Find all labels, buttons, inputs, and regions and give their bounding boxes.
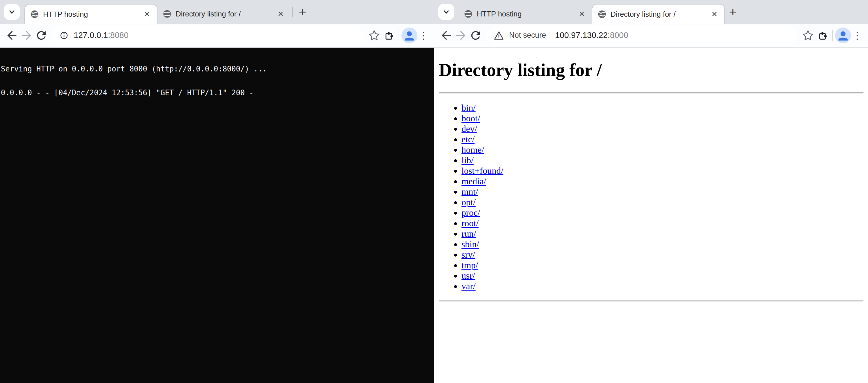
terminal-line: Serving HTTP on 0.0.0.0 port 8000 (http:… <box>1 65 433 73</box>
info-icon <box>59 30 69 40</box>
tab-title: Directory listing for / <box>176 10 272 19</box>
chevron-down-icon <box>441 7 451 17</box>
dir-link[interactable]: srv/ <box>462 249 475 260</box>
menu-kebab-icon[interactable]: ⋮ <box>417 31 430 40</box>
dir-link[interactable]: opt/ <box>462 197 476 207</box>
list-item: etc/ <box>462 134 864 145</box>
tab-search-button[interactable] <box>4 4 20 20</box>
bookmark-star-button[interactable] <box>801 28 815 43</box>
warning-triangle-icon <box>493 30 504 41</box>
tab-strip: HTTP hosting ✕ Directory listing for / ✕… <box>0 0 434 24</box>
address-bar[interactable]: Not secure 100.97.130.22:8000 <box>487 26 797 45</box>
tab-directory-listing[interactable]: Directory listing for / ✕ <box>157 4 291 24</box>
directory-list: bin/ boot/ dev/ etc/ home/ lib/ lost+fou… <box>439 102 864 291</box>
star-icon <box>802 29 814 42</box>
tab-search-button[interactable] <box>438 4 454 20</box>
dir-link[interactable]: bin/ <box>462 102 476 113</box>
back-button[interactable] <box>4 28 19 43</box>
browser-toolbar: 127.0.0.1:8080 ⋮ <box>0 24 434 48</box>
dir-link[interactable]: sbin/ <box>462 239 479 249</box>
browser-window-left: HTTP hosting ✕ Directory listing for / ✕… <box>0 0 434 383</box>
dir-link[interactable]: lost+found/ <box>462 166 503 176</box>
dir-link[interactable]: etc/ <box>462 134 474 144</box>
list-item: bin/ <box>462 102 864 113</box>
person-icon <box>835 28 851 43</box>
dir-link[interactable]: run/ <box>462 229 476 239</box>
globe-favicon-icon <box>464 9 473 19</box>
list-item: srv/ <box>462 249 864 260</box>
tab-title: HTTP hosting <box>43 10 138 19</box>
tab-directory-listing[interactable]: Directory listing for / ✕ <box>592 4 725 24</box>
dir-link[interactable]: usr/ <box>462 270 475 281</box>
menu-kebab-icon[interactable]: ⋮ <box>851 31 864 40</box>
reload-button[interactable] <box>34 28 49 43</box>
list-item: home/ <box>462 145 864 155</box>
list-item: root/ <box>462 218 864 229</box>
browser-toolbar: Not secure 100.97.130.22:8000 ⋮ <box>434 24 868 48</box>
list-item: lost+found/ <box>462 166 864 176</box>
forward-arrow-icon <box>454 29 468 42</box>
page-http-hosting: Serving HTTP on 0.0.0.0 port 8000 (http:… <box>0 48 434 383</box>
extensions-button[interactable] <box>815 28 830 43</box>
url-text: 127.0.0.1:8080 <box>74 31 129 40</box>
tab-separator <box>292 7 293 17</box>
profile-avatar[interactable] <box>401 28 417 43</box>
tab-close-icon[interactable]: ✕ <box>577 9 587 19</box>
dir-link[interactable]: proc/ <box>462 208 480 218</box>
person-icon <box>401 28 417 43</box>
list-item: mnt/ <box>462 186 864 197</box>
puzzle-extensions-icon <box>817 29 829 41</box>
globe-favicon-icon <box>163 9 172 19</box>
globe-favicon-icon <box>30 10 39 19</box>
dir-link[interactable]: dev/ <box>462 124 477 134</box>
new-tab-button[interactable]: + <box>725 4 741 20</box>
heading-divider <box>439 92 864 93</box>
bookmark-star-button[interactable] <box>367 28 381 43</box>
reload-button[interactable] <box>468 28 483 43</box>
dir-link[interactable]: media/ <box>462 176 486 186</box>
list-item: dev/ <box>462 124 864 134</box>
list-item: proc/ <box>462 208 864 218</box>
globe-favicon-icon <box>597 10 607 19</box>
tab-http-hosting[interactable]: HTTP hosting ✕ <box>459 4 592 24</box>
list-item: var/ <box>462 281 864 291</box>
dir-link[interactable]: lib/ <box>462 155 474 165</box>
back-button[interactable] <box>439 28 454 43</box>
list-item: media/ <box>462 176 864 186</box>
dir-link[interactable]: tmp/ <box>462 260 478 270</box>
forward-button[interactable] <box>454 28 468 43</box>
url-text: 100.97.130.22:8000 <box>555 31 628 40</box>
tab-close-icon[interactable]: ✕ <box>710 9 719 19</box>
dir-link[interactable]: mnt/ <box>462 186 478 197</box>
tab-strip: HTTP hosting ✕ Directory listing for / ✕… <box>434 0 868 24</box>
back-arrow-icon <box>5 29 19 42</box>
address-bar[interactable]: 127.0.0.1:8080 <box>52 26 364 45</box>
security-chip-label: Not secure <box>509 31 546 40</box>
tab-title: Directory listing for / <box>611 10 706 19</box>
profile-avatar[interactable] <box>835 28 851 43</box>
list-item: usr/ <box>462 270 864 281</box>
new-tab-button[interactable]: + <box>294 4 310 20</box>
chevron-down-icon <box>7 7 17 17</box>
toolbar-divider <box>399 30 399 41</box>
forward-button[interactable] <box>19 28 34 43</box>
reload-icon <box>35 29 48 42</box>
extensions-button[interactable] <box>381 28 396 43</box>
tab-close-icon[interactable]: ✕ <box>276 9 285 19</box>
dir-link[interactable]: boot/ <box>462 113 480 123</box>
forward-arrow-icon <box>20 29 33 42</box>
reload-icon <box>469 29 482 42</box>
tab-http-hosting[interactable]: HTTP hosting ✕ <box>24 4 157 24</box>
list-item: lib/ <box>462 155 864 166</box>
list-item: boot/ <box>462 113 864 124</box>
list-item: run/ <box>462 229 864 239</box>
dir-link[interactable]: root/ <box>462 218 478 228</box>
page-title: Directory listing for / <box>439 60 864 81</box>
page-directory-listing: Directory listing for / bin/ boot/ dev/ … <box>434 48 868 383</box>
url-port: 8080 <box>110 31 129 40</box>
dir-link[interactable]: var/ <box>462 281 476 291</box>
tab-close-icon[interactable]: ✕ <box>142 9 152 19</box>
terminal-line: 0.0.0.0 - - [04/Dec/2024 12:53:56] "GET … <box>1 89 433 97</box>
footer-divider <box>439 300 864 302</box>
dir-link[interactable]: home/ <box>462 145 484 155</box>
